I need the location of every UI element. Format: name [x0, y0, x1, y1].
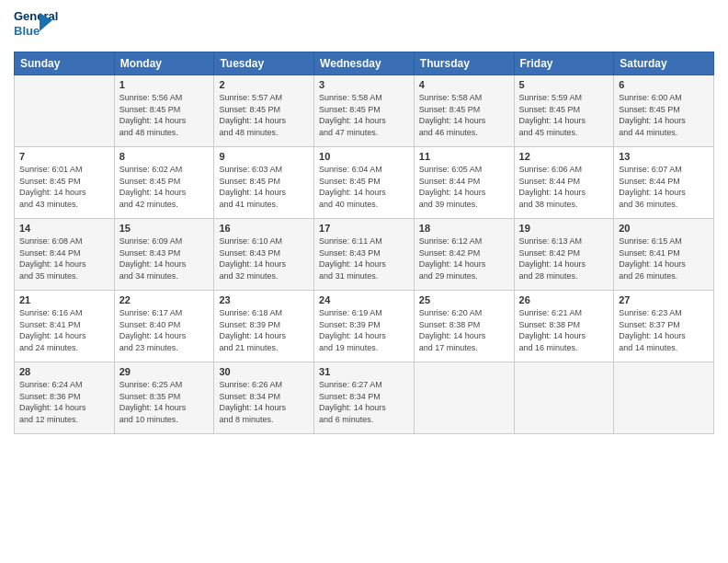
calendar-cell: 12Sunrise: 6:06 AM Sunset: 8:44 PM Dayli…	[514, 147, 614, 219]
day-number: 2	[219, 79, 309, 90]
header-day-friday: Friday	[514, 52, 614, 75]
calendar-cell: 7Sunrise: 6:01 AM Sunset: 8:45 PM Daylig…	[15, 147, 115, 219]
day-number: 16	[219, 223, 309, 234]
calendar-cell: 2Sunrise: 5:57 AM Sunset: 8:45 PM Daylig…	[214, 75, 314, 147]
cell-content: Sunrise: 5:58 AM Sunset: 8:45 PM Dayligh…	[319, 92, 409, 138]
calendar-cell	[614, 362, 714, 434]
logo: General Blue	[14, 9, 51, 44]
calendar-cell: 19Sunrise: 6:13 AM Sunset: 8:42 PM Dayli…	[514, 219, 614, 291]
day-number: 23	[219, 294, 309, 305]
cell-content: Sunrise: 5:58 AM Sunset: 8:45 PM Dayligh…	[419, 92, 509, 138]
cell-content: Sunrise: 6:11 AM Sunset: 8:43 PM Dayligh…	[319, 236, 409, 282]
week-row-2: 7Sunrise: 6:01 AM Sunset: 8:45 PM Daylig…	[15, 147, 714, 219]
calendar-cell: 27Sunrise: 6:23 AM Sunset: 8:37 PM Dayli…	[614, 291, 714, 362]
cell-content: Sunrise: 6:19 AM Sunset: 8:39 PM Dayligh…	[319, 307, 409, 353]
calendar-cell: 5Sunrise: 5:59 AM Sunset: 8:45 PM Daylig…	[514, 75, 614, 147]
day-number: 6	[619, 79, 709, 90]
calendar-cell: 11Sunrise: 6:05 AM Sunset: 8:44 PM Dayli…	[414, 147, 514, 219]
calendar-cell: 18Sunrise: 6:12 AM Sunset: 8:42 PM Dayli…	[414, 219, 514, 291]
calendar-cell: 30Sunrise: 6:26 AM Sunset: 8:34 PM Dayli…	[214, 362, 314, 434]
calendar-cell: 3Sunrise: 5:58 AM Sunset: 8:45 PM Daylig…	[314, 75, 415, 147]
calendar-body: 1Sunrise: 5:56 AM Sunset: 8:45 PM Daylig…	[15, 75, 714, 434]
day-number: 31	[319, 366, 409, 377]
day-number: 20	[619, 223, 709, 234]
cell-content: Sunrise: 6:21 AM Sunset: 8:38 PM Dayligh…	[519, 307, 609, 353]
cell-content: Sunrise: 5:59 AM Sunset: 8:45 PM Dayligh…	[519, 92, 609, 138]
cell-content: Sunrise: 6:05 AM Sunset: 8:44 PM Dayligh…	[419, 164, 509, 210]
day-number: 14	[19, 223, 109, 234]
calendar-cell: 4Sunrise: 5:58 AM Sunset: 8:45 PM Daylig…	[414, 75, 514, 147]
day-number: 24	[319, 294, 409, 305]
day-number: 19	[519, 223, 609, 234]
day-number: 8	[119, 151, 210, 162]
day-number: 18	[419, 223, 509, 234]
calendar-cell: 29Sunrise: 6:25 AM Sunset: 8:35 PM Dayli…	[114, 362, 214, 434]
header-day-sunday: Sunday	[15, 52, 115, 75]
page-container: General Blue SundayMondayTuesdayWednesda…	[0, 0, 728, 563]
cell-content: Sunrise: 6:07 AM Sunset: 8:44 PM Dayligh…	[619, 164, 709, 210]
cell-content: Sunrise: 6:06 AM Sunset: 8:44 PM Dayligh…	[519, 164, 609, 210]
day-number: 17	[319, 223, 409, 234]
cell-content: Sunrise: 6:20 AM Sunset: 8:38 PM Dayligh…	[419, 307, 509, 353]
cell-content: Sunrise: 6:04 AM Sunset: 8:45 PM Dayligh…	[319, 164, 409, 210]
calendar-cell: 31Sunrise: 6:27 AM Sunset: 8:34 PM Dayli…	[314, 362, 415, 434]
day-number: 27	[619, 294, 709, 305]
calendar-cell: 14Sunrise: 6:08 AM Sunset: 8:44 PM Dayli…	[15, 219, 115, 291]
day-number: 12	[519, 151, 609, 162]
cell-content: Sunrise: 6:13 AM Sunset: 8:42 PM Dayligh…	[519, 236, 609, 282]
day-number: 15	[119, 223, 210, 234]
header-day-wednesday: Wednesday	[314, 52, 415, 75]
calendar-cell: 26Sunrise: 6:21 AM Sunset: 8:38 PM Dayli…	[514, 291, 614, 362]
calendar-cell: 9Sunrise: 6:03 AM Sunset: 8:45 PM Daylig…	[214, 147, 314, 219]
calendar-cell: 23Sunrise: 6:18 AM Sunset: 8:39 PM Dayli…	[214, 291, 314, 362]
calendar-header: SundayMondayTuesdayWednesdayThursdayFrid…	[15, 52, 714, 75]
cell-content: Sunrise: 6:16 AM Sunset: 8:41 PM Dayligh…	[19, 307, 109, 353]
day-number: 5	[519, 79, 609, 90]
day-number: 9	[219, 151, 309, 162]
week-row-1: 1Sunrise: 5:56 AM Sunset: 8:45 PM Daylig…	[15, 75, 714, 147]
cell-content: Sunrise: 6:01 AM Sunset: 8:45 PM Dayligh…	[19, 164, 109, 210]
calendar-cell: 16Sunrise: 6:10 AM Sunset: 8:43 PM Dayli…	[214, 219, 314, 291]
calendar-cell: 24Sunrise: 6:19 AM Sunset: 8:39 PM Dayli…	[314, 291, 415, 362]
cell-content: Sunrise: 6:09 AM Sunset: 8:43 PM Dayligh…	[119, 236, 210, 282]
day-number: 3	[319, 79, 409, 90]
cell-content: Sunrise: 6:10 AM Sunset: 8:43 PM Dayligh…	[219, 236, 309, 282]
calendar-cell: 22Sunrise: 6:17 AM Sunset: 8:40 PM Dayli…	[114, 291, 214, 362]
cell-content: Sunrise: 6:26 AM Sunset: 8:34 PM Dayligh…	[219, 379, 309, 425]
calendar-cell: 15Sunrise: 6:09 AM Sunset: 8:43 PM Dayli…	[114, 219, 214, 291]
week-row-4: 21Sunrise: 6:16 AM Sunset: 8:41 PM Dayli…	[15, 291, 714, 362]
day-number: 22	[119, 294, 210, 305]
cell-content: Sunrise: 6:02 AM Sunset: 8:45 PM Dayligh…	[119, 164, 210, 210]
calendar-cell: 17Sunrise: 6:11 AM Sunset: 8:43 PM Dayli…	[314, 219, 415, 291]
calendar-cell: 10Sunrise: 6:04 AM Sunset: 8:45 PM Dayli…	[314, 147, 415, 219]
cell-content: Sunrise: 6:12 AM Sunset: 8:42 PM Dayligh…	[419, 236, 509, 282]
day-number: 30	[219, 366, 309, 377]
cell-content: Sunrise: 6:24 AM Sunset: 8:36 PM Dayligh…	[19, 379, 109, 425]
cell-content: Sunrise: 6:23 AM Sunset: 8:37 PM Dayligh…	[619, 307, 709, 353]
calendar-cell	[514, 362, 614, 434]
cell-content: Sunrise: 6:08 AM Sunset: 8:44 PM Dayligh…	[19, 236, 109, 282]
calendar-table: SundayMondayTuesdayWednesdayThursdayFrid…	[14, 52, 714, 434]
day-number: 25	[419, 294, 509, 305]
header-day-tuesday: Tuesday	[214, 52, 314, 75]
day-number: 21	[19, 294, 109, 305]
cell-content: Sunrise: 6:00 AM Sunset: 8:45 PM Dayligh…	[619, 92, 709, 138]
cell-content: Sunrise: 6:27 AM Sunset: 8:34 PM Dayligh…	[319, 379, 409, 425]
calendar-cell: 6Sunrise: 6:00 AM Sunset: 8:45 PM Daylig…	[614, 75, 714, 147]
day-number: 29	[119, 366, 210, 377]
cell-content: Sunrise: 6:03 AM Sunset: 8:45 PM Dayligh…	[219, 164, 309, 210]
calendar-cell	[15, 75, 115, 147]
header-day-monday: Monday	[114, 52, 214, 75]
cell-content: Sunrise: 5:57 AM Sunset: 8:45 PM Dayligh…	[219, 92, 309, 138]
calendar-cell: 20Sunrise: 6:15 AM Sunset: 8:41 PM Dayli…	[614, 219, 714, 291]
day-number: 1	[119, 79, 210, 90]
calendar-cell: 8Sunrise: 6:02 AM Sunset: 8:45 PM Daylig…	[114, 147, 214, 219]
calendar-cell: 1Sunrise: 5:56 AM Sunset: 8:45 PM Daylig…	[114, 75, 214, 147]
day-number: 7	[19, 151, 109, 162]
day-number: 13	[619, 151, 709, 162]
header-day-saturday: Saturday	[614, 52, 714, 75]
calendar-cell: 25Sunrise: 6:20 AM Sunset: 8:38 PM Dayli…	[414, 291, 514, 362]
cell-content: Sunrise: 6:15 AM Sunset: 8:41 PM Dayligh…	[619, 236, 709, 282]
day-number: 26	[519, 294, 609, 305]
week-row-3: 14Sunrise: 6:08 AM Sunset: 8:44 PM Dayli…	[15, 219, 714, 291]
